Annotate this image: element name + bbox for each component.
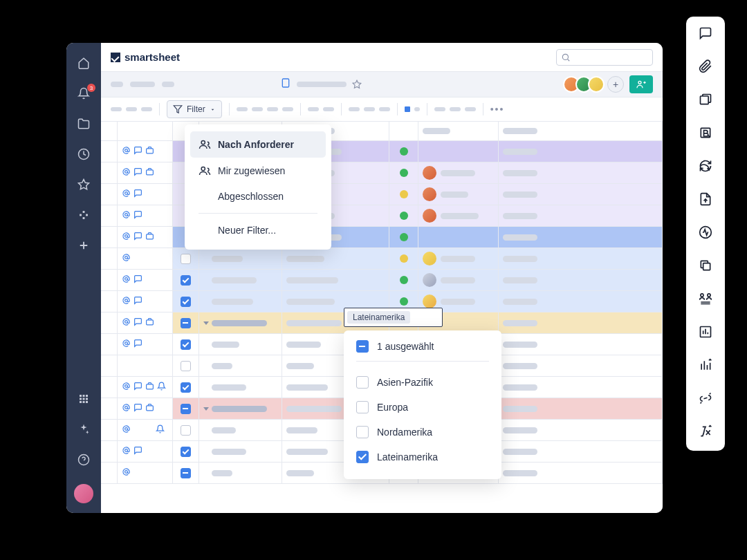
at-icon[interactable]	[122, 467, 131, 479]
charts-icon[interactable]	[699, 358, 712, 375]
grid-row[interactable]	[101, 248, 663, 270]
proofs-icon[interactable]	[699, 93, 712, 109]
checkbox-checked[interactable]	[181, 447, 191, 457]
checkbox-checked[interactable]	[181, 297, 191, 307]
brief-icon[interactable]	[145, 145, 154, 158]
chat-icon[interactable]	[133, 381, 142, 393]
checkbox-empty[interactable]	[181, 425, 191, 436]
brandfolder-icon[interactable]	[699, 126, 712, 142]
filter-option-new-filter[interactable]: Neuer Filter...	[190, 218, 326, 243]
add-collaborator-button[interactable]: +	[607, 76, 624, 93]
assignee-avatar[interactable]	[423, 166, 436, 180]
assignee-avatar[interactable]	[423, 252, 436, 265]
toolbar-item[interactable]	[267, 107, 278, 111]
at-icon[interactable]	[122, 424, 131, 436]
star-outline-icon[interactable]	[352, 80, 362, 89]
brief-icon[interactable]	[145, 381, 154, 393]
favorites-icon[interactable]	[77, 178, 90, 194]
user-avatar[interactable]	[74, 484, 93, 503]
bell-icon[interactable]	[157, 381, 166, 393]
chat-icon[interactable]	[133, 402, 142, 415]
toolbar-item[interactable]	[349, 107, 360, 111]
formula-icon[interactable]	[699, 424, 712, 441]
at-icon[interactable]	[122, 209, 131, 222]
toolbar-item[interactable]	[282, 107, 293, 111]
chat-icon[interactable]	[133, 231, 142, 243]
filter-option-assigned-to-me[interactable]: Mir zugewiesen	[190, 158, 326, 184]
chat-icon[interactable]	[133, 188, 142, 200]
bell-icon[interactable]	[156, 424, 165, 436]
apps-icon[interactable]	[77, 393, 90, 408]
at-icon[interactable]	[122, 317, 131, 329]
at-icon[interactable]	[122, 295, 131, 308]
grid-row[interactable]	[101, 270, 663, 291]
brief-icon[interactable]	[145, 167, 154, 179]
brief-icon[interactable]	[145, 317, 154, 329]
expand-caret-icon[interactable]	[203, 321, 209, 325]
toolbar-item[interactable]	[111, 107, 122, 111]
at-icon[interactable]	[122, 188, 131, 200]
checkbox-indeterminate[interactable]	[181, 404, 191, 414]
at-icon[interactable]	[122, 381, 131, 393]
region-cell-active[interactable]: Lateinamerika	[344, 308, 443, 327]
filter-button[interactable]: Filter	[167, 100, 222, 118]
help-icon[interactable]	[77, 454, 90, 469]
checkbox-checked[interactable]	[181, 382, 191, 393]
chat-icon[interactable]	[133, 145, 142, 158]
attachments-icon[interactable]	[699, 59, 712, 76]
workspaces-icon[interactable]	[77, 209, 90, 224]
toolbar-item[interactable]	[465, 107, 476, 111]
at-icon[interactable]	[122, 231, 131, 243]
toolbar-item[interactable]	[364, 107, 375, 111]
chat-icon[interactable]	[133, 209, 142, 222]
search-input[interactable]	[556, 49, 653, 66]
toolbar-item[interactable]	[434, 107, 445, 111]
checkbox-checked[interactable]	[181, 339, 191, 350]
at-icon[interactable]	[122, 445, 131, 458]
comments-icon[interactable]	[699, 26, 712, 43]
filter-option-completed[interactable]: Abgeschlossen	[190, 184, 326, 209]
activity-log-icon[interactable]	[699, 225, 712, 242]
checkbox-empty[interactable]	[181, 254, 191, 264]
toolbar-item[interactable]	[323, 107, 334, 111]
avatar[interactable]	[588, 76, 605, 93]
chat-icon[interactable]	[133, 295, 142, 308]
region-option[interactable]: Asien-Pazifik	[356, 370, 489, 395]
at-icon[interactable]	[122, 274, 131, 286]
update-requests-icon[interactable]	[699, 159, 712, 176]
recent-icon[interactable]	[77, 148, 90, 163]
at-icon[interactable]	[122, 402, 131, 415]
active-toolbar-item[interactable]	[405, 106, 410, 112]
toolbar-item[interactable]	[414, 107, 420, 111]
home-icon[interactable]	[77, 57, 90, 72]
chat-icon[interactable]	[133, 317, 142, 329]
add-icon[interactable]	[77, 239, 90, 254]
toolbar-item[interactable]	[126, 107, 137, 111]
toolbar-item[interactable]	[237, 107, 248, 111]
connections-icon[interactable]	[699, 391, 712, 408]
assignee-avatar[interactable]	[423, 187, 436, 201]
notifications-icon[interactable]: 3	[77, 87, 90, 102]
assignee-avatar[interactable]	[423, 295, 436, 308]
at-icon[interactable]	[122, 338, 131, 351]
copy-icon[interactable]	[699, 259, 712, 275]
sparkle-icon[interactable]	[77, 423, 90, 438]
toolbar-item[interactable]	[141, 107, 152, 111]
assignee-avatar[interactable]	[423, 273, 436, 287]
toolbar-item[interactable]	[450, 107, 461, 111]
toolbar-item[interactable]	[252, 107, 263, 111]
at-icon[interactable]	[122, 252, 131, 265]
checkbox-checked[interactable]	[181, 275, 191, 286]
filter-option-by-requester[interactable]: Nach Anforderer	[190, 131, 326, 158]
brand-logo[interactable]: smartsheet	[111, 51, 180, 63]
assignee-avatar[interactable]	[423, 209, 436, 223]
region-option[interactable]: Lateinamerika	[356, 445, 489, 469]
more-toolbar-icon[interactable]: •••	[490, 104, 505, 115]
expand-caret-icon[interactable]	[203, 407, 209, 411]
toolbar-item[interactable]	[308, 107, 319, 111]
chat-icon[interactable]	[133, 338, 142, 351]
at-icon[interactable]	[122, 145, 131, 158]
region-option[interactable]: Europa	[356, 395, 489, 420]
share-button[interactable]	[629, 75, 653, 93]
toolbar-item[interactable]	[379, 107, 390, 111]
